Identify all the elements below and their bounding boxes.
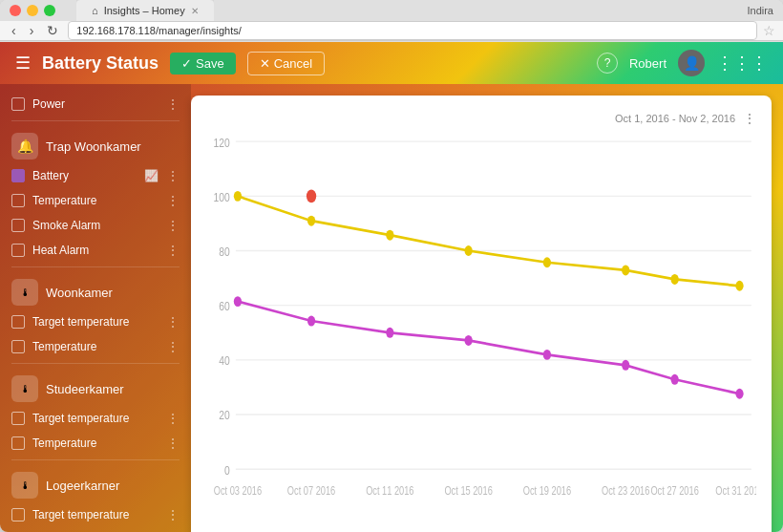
maximize-button[interactable] (44, 5, 55, 16)
temperature-trap-label: Temperature (32, 194, 159, 207)
studeerkamer-title: Studeerkamer (46, 382, 124, 396)
svg-text:Oct 31 2016: Oct 31 2016 (715, 484, 756, 498)
purple-dot-6 (622, 360, 629, 371)
back-button[interactable]: ‹ (8, 21, 20, 40)
temperature-w-checkbox[interactable] (11, 340, 25, 353)
sidebar-item-target-temp-s[interactable]: Target temperature ⋮ (0, 406, 191, 431)
svg-text:100: 100 (214, 189, 230, 204)
sidebar-item-target-temp-l[interactable]: Target temperature ⋮ (0, 502, 191, 527)
target-temp-w-more-icon[interactable]: ⋮ (166, 314, 180, 330)
heat-alarm-more-icon[interactable]: ⋮ (166, 243, 180, 258)
battery-checkbox[interactable] (11, 169, 25, 182)
target-temp-l-label: Target temperature (32, 508, 159, 521)
smoke-alarm-more-icon[interactable]: ⋮ (166, 218, 180, 233)
app-toolbar: ☰ Battery Status ✓ Save ✕ Cancel ? Rober… (0, 42, 783, 84)
svg-text:120: 120 (214, 135, 230, 150)
yellow-dot-start (234, 191, 242, 202)
help-button[interactable]: ? (597, 53, 618, 74)
save-check-icon: ✓ (181, 56, 192, 71)
app-container: ☰ Battery Status ✓ Save ✕ Cancel ? Rober… (0, 42, 783, 532)
active-tab[interactable]: ⌂ Insights – Homey ✕ (76, 0, 214, 21)
sidebar-item-heat-alarm[interactable]: Heat Alarm ⋮ (0, 238, 191, 263)
sidebar-item-power[interactable]: Power ⋮ (0, 92, 191, 117)
divider-2 (11, 266, 180, 267)
sidebar-section-studeerkamer: 🌡 Studeerkamer Target temperature ⋮ Temp… (0, 368, 191, 456)
sidebar-toggle-icon[interactable]: ☰ (15, 53, 31, 74)
svg-text:0: 0 (224, 462, 230, 478)
cancel-button[interactable]: ✕ Cancel (247, 52, 325, 75)
target-temp-w-checkbox[interactable] (11, 315, 25, 329)
tab-close-button[interactable]: ✕ (191, 6, 199, 16)
yellow-dot-6 (622, 265, 629, 275)
sidebar-item-smoke-alarm[interactable]: Smoke Alarm ⋮ (0, 213, 191, 238)
close-button[interactable] (10, 5, 21, 16)
bookmark-star[interactable]: ☆ (763, 23, 775, 38)
page-title: Battery Status (42, 53, 159, 74)
save-button[interactable]: ✓ Save (170, 53, 236, 74)
target-temp-w-label: Target temperature (32, 315, 159, 329)
chart-menu-icon[interactable]: ⋮ (743, 111, 756, 126)
svg-text:Oct 03 2016: Oct 03 2016 (214, 484, 262, 498)
cancel-x-icon: ✕ (260, 56, 270, 71)
power-more-icon[interactable]: ⋮ (166, 96, 180, 112)
yellow-dot-3 (386, 230, 393, 241)
target-temp-s-more-icon[interactable]: ⋮ (166, 411, 180, 426)
svg-text:Oct 19 2016: Oct 19 2016 (523, 484, 571, 498)
svg-text:Oct 11 2016: Oct 11 2016 (366, 484, 413, 498)
temperature-trap-more-icon[interactable]: ⋮ (166, 193, 180, 208)
main-layout: Power ⋮ 🔔 Trap Woonkamer Battery 📈 (0, 84, 783, 532)
temperature-trap-checkbox[interactable] (11, 194, 25, 207)
svg-text:20: 20 (219, 408, 230, 423)
url-input[interactable] (68, 21, 757, 40)
apps-grid-icon[interactable]: ⋮⋮⋮ (716, 53, 768, 74)
target-temp-s-label: Target temperature (32, 412, 159, 425)
target-temp-s-checkbox[interactable] (11, 412, 25, 425)
title-bar: ⌂ Insights – Homey ✕ Indira (0, 0, 783, 21)
browser-user-label: Indira (747, 5, 773, 16)
cancel-label: Cancel (274, 56, 312, 71)
date-range-label: Oct 1, 2016 - Nov 2, 2016 (615, 113, 735, 124)
sidebar: Power ⋮ 🔔 Trap Woonkamer Battery 📈 (0, 84, 191, 532)
power-checkbox[interactable] (11, 97, 25, 111)
target-temp-l-more-icon[interactable]: ⋮ (166, 507, 180, 522)
tab-title: Insights – Homey (104, 5, 185, 16)
purple-line (238, 302, 740, 394)
smoke-alarm-checkbox[interactable] (11, 219, 25, 232)
yellow-dot-5 (543, 257, 551, 267)
tab-favicon: ⌂ (92, 5, 98, 16)
trap-header: 🔔 Trap Woonkamer (0, 125, 191, 163)
user-avatar[interactable]: 👤 (678, 50, 705, 76)
logeer-title: Logeerkarner (46, 479, 119, 493)
sidebar-item-temperature-w[interactable]: Temperature ⋮ (0, 334, 191, 359)
divider-1 (11, 120, 180, 121)
sidebar-item-battery[interactable]: Battery 📈 ⋮ (0, 163, 191, 188)
temperature-s-more-icon[interactable]: ⋮ (166, 436, 180, 451)
woonkamer-icon: 🌡 (11, 279, 38, 306)
temperature-w-more-icon[interactable]: ⋮ (166, 339, 180, 354)
power-label: Power (32, 97, 159, 111)
forward-button[interactable]: › (26, 21, 38, 40)
refresh-button[interactable]: ↻ (43, 21, 62, 40)
sidebar-item-temperature-l[interactable]: Temperature ⋮ (0, 527, 191, 532)
woonkamer-header: 🌡 Woonkamer (0, 271, 191, 309)
sidebar-section-woonkamer: 🌡 Woonkamer Target temperature ⋮ Tempera… (0, 271, 191, 359)
chart-wrapper: 120 100 80 60 40 20 0 (206, 134, 756, 532)
battery-more-icon[interactable]: ⋮ (166, 168, 180, 183)
sidebar-section-power: Power ⋮ (0, 92, 191, 117)
temperature-s-checkbox[interactable] (11, 436, 25, 450)
sidebar-item-target-temp-w[interactable]: Target temperature ⋮ (0, 309, 191, 334)
woonkamer-title: Woonkamer (46, 286, 113, 300)
heat-alarm-label: Heat Alarm (32, 244, 159, 257)
heat-alarm-checkbox[interactable] (11, 244, 25, 257)
trap-title: Trap Woonkamer (46, 139, 141, 154)
studeerkamer-header: 🌡 Studeerkamer (0, 368, 191, 406)
sidebar-item-temperature-trap[interactable]: Temperature ⋮ (0, 188, 191, 213)
studeerkamer-icon: 🌡 (11, 375, 38, 402)
minimize-button[interactable] (27, 5, 38, 16)
tab-bar: ⌂ Insights – Homey ✕ (76, 0, 214, 21)
sidebar-item-temperature-s[interactable]: Temperature ⋮ (0, 431, 191, 456)
red-dot-special (307, 190, 316, 203)
svg-text:Oct 07 2016: Oct 07 2016 (287, 484, 335, 498)
target-temp-l-checkbox[interactable] (11, 508, 25, 521)
save-label: Save (196, 56, 224, 71)
